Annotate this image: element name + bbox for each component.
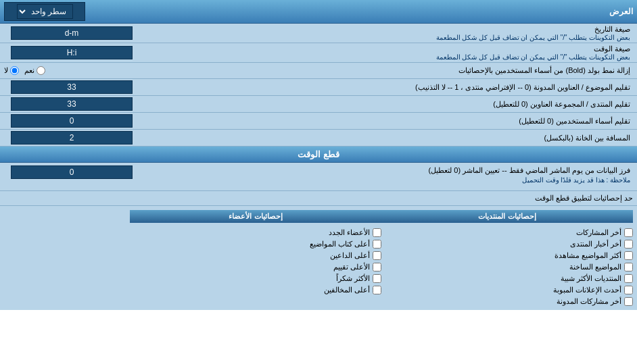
main-container: العرض سطر واحد صيغة التاريخ بعض التكوينا… xyxy=(0,0,637,310)
checkbox-posts-4: المواضيع الساخنة xyxy=(381,263,633,271)
date-format-label: صيغة التاريخ بعض التكوينات يتطلب "/" الت… xyxy=(139,25,633,41)
cutoff-top-row: فرز البيانات من يوم الماشر الماضي فقط --… xyxy=(4,165,633,185)
sort-posts-control xyxy=(4,80,139,94)
checkbox-posts-1-input[interactable] xyxy=(624,228,633,237)
checkbox-posts-7: أخر مشاركات المدونة xyxy=(381,297,633,306)
sort-posts-label: تقليم الموضوع / العناوين المدونة (0 -- ا… xyxy=(139,83,633,92)
checkbox-members-1: الأعضاء الجدد xyxy=(130,228,381,237)
spacing-control xyxy=(4,131,139,145)
checkbox-posts-5: المنتديات الأكثر شبية xyxy=(381,274,633,283)
sort-posts-row: تقليم الموضوع / العناوين المدونة (0 -- ا… xyxy=(0,79,637,96)
bold-row: إزالة نمط بولد (Bold) من أسماء المستخدمي… xyxy=(0,63,637,79)
date-format-control xyxy=(4,26,139,40)
checkbox-posts-3-input[interactable] xyxy=(624,251,633,260)
checkbox-members-3-input[interactable] xyxy=(373,251,381,260)
cutoff-title: قطع الوقت xyxy=(0,147,637,163)
bold-radio-group: نعم لا xyxy=(4,66,45,75)
time-format-label: صيغة الوقت بعض التكوينات يتطلب "/" التي … xyxy=(139,45,633,61)
stats-extra-column xyxy=(4,210,130,306)
time-format-input[interactable] xyxy=(11,46,133,59)
sort-users-control xyxy=(4,114,139,128)
sort-forum-input[interactable] xyxy=(11,97,133,111)
display-mode-row: العرض سطر واحد xyxy=(0,0,637,24)
sort-forum-label: تقليم المنتدى / المجموعة العناوين (0 للت… xyxy=(139,100,633,109)
checkbox-members-5: الأكثر شكراً xyxy=(130,274,381,283)
sort-users-input[interactable] xyxy=(11,114,133,128)
sort-forum-control xyxy=(4,97,139,111)
checkbox-members-4: الأعلى تقييم xyxy=(130,263,381,271)
cutoff-input[interactable] xyxy=(11,165,133,179)
display-mode-label: العرض xyxy=(85,7,633,16)
sort-users-label: تقليم أسماء المستخدمين (0 للتعطيل) xyxy=(139,117,633,126)
checkbox-posts-6-input[interactable] xyxy=(624,286,633,294)
checkbox-posts-5-input[interactable] xyxy=(624,274,633,283)
checkbox-posts-1: أخر المشاركات xyxy=(381,228,633,237)
sort-users-row: تقليم أسماء المستخدمين (0 للتعطيل) xyxy=(0,113,637,130)
sort-posts-input[interactable] xyxy=(11,80,133,94)
checkbox-members-4-input[interactable] xyxy=(373,263,381,271)
cutoff-control xyxy=(4,165,139,179)
stats-limit-row: حد إحصائيات لتطبيق قطع الوقت xyxy=(0,191,637,206)
checkbox-posts-4-input[interactable] xyxy=(624,263,633,271)
date-format-row: صيغة التاريخ بعض التكوينات يتطلب "/" الت… xyxy=(0,24,637,43)
cutoff-label: فرز البيانات من يوم الماشر الماضي فقط --… xyxy=(139,165,633,185)
checkbox-posts-7-input[interactable] xyxy=(624,297,633,306)
stats-limit-label: حد إحصائيات لتطبيق قطع الوقت xyxy=(4,194,633,203)
time-format-row: صيغة الوقت بعض التكوينات يتطلب "/" التي … xyxy=(0,43,637,63)
checkbox-members-5-input[interactable] xyxy=(373,274,381,283)
cutoff-section: فرز البيانات من يوم الماشر الماضي فقط --… xyxy=(0,163,637,191)
display-mode-control: سطر واحد xyxy=(4,2,85,21)
checkbox-posts-6: أحدث الإعلانات المبوبة xyxy=(381,286,633,294)
stats-members-column: إحصائيات الأعضاء الأعضاء الجدد أعلى كتاب… xyxy=(130,210,381,306)
spacing-input[interactable] xyxy=(11,131,133,145)
bold-no-option[interactable]: لا xyxy=(4,66,19,75)
stats-posts-column: إحصائيات المنتديات أخر المشاركات أخر أخب… xyxy=(381,210,633,306)
checkbox-members-2-input[interactable] xyxy=(373,240,381,249)
checkbox-posts-2-input[interactable] xyxy=(624,240,633,249)
bold-label: إزالة نمط بولد (Bold) من أسماء المستخدمي… xyxy=(45,66,633,75)
checkbox-members-2: أعلى كتاب المواضيع xyxy=(130,240,381,249)
stats-posts-header: إحصائيات المنتديات xyxy=(381,210,633,223)
spacing-label: المسافة بين الخانة (بالبكسل) xyxy=(139,134,633,142)
checkbox-posts-2: أخر أخبار المنتدى xyxy=(381,240,633,249)
checkbox-posts-3: أكثر المواضيع مشاهدة xyxy=(381,251,633,260)
checkbox-members-1-input[interactable] xyxy=(373,228,381,237)
bold-no-radio[interactable] xyxy=(10,66,19,75)
spacing-row: المسافة بين الخانة (بالبكسل) xyxy=(0,130,637,147)
bold-yes-radio[interactable] xyxy=(37,66,45,75)
checkboxes-container: إحصائيات المنتديات أخر المشاركات أخر أخب… xyxy=(0,206,637,310)
checkbox-members-3: أعلى الداعين xyxy=(130,251,381,260)
date-format-input[interactable] xyxy=(11,26,133,40)
sort-forum-row: تقليم المنتدى / المجموعة العناوين (0 للت… xyxy=(0,96,637,113)
bold-yes-option[interactable]: نعم xyxy=(24,66,45,75)
checkbox-members-6-input[interactable] xyxy=(373,286,381,294)
display-mode-select[interactable]: سطر واحد xyxy=(17,4,73,19)
time-format-control xyxy=(4,46,139,59)
stats-members-header: إحصائيات الأعضاء xyxy=(130,210,381,223)
checkbox-members-6: أعلى المخالفين xyxy=(130,286,381,294)
